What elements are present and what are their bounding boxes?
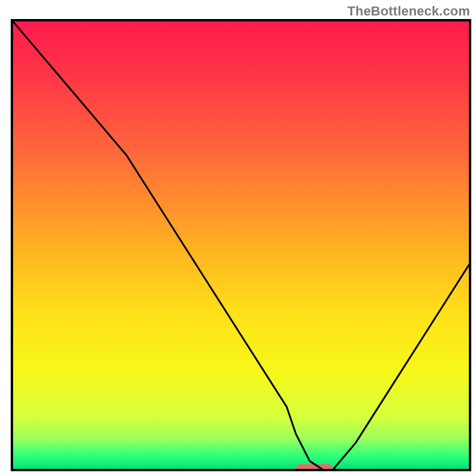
bottleneck-chart bbox=[0, 0, 476, 476]
chart-container: TheBottleneck.com bbox=[0, 0, 476, 476]
gradient-background bbox=[12, 20, 470, 470]
